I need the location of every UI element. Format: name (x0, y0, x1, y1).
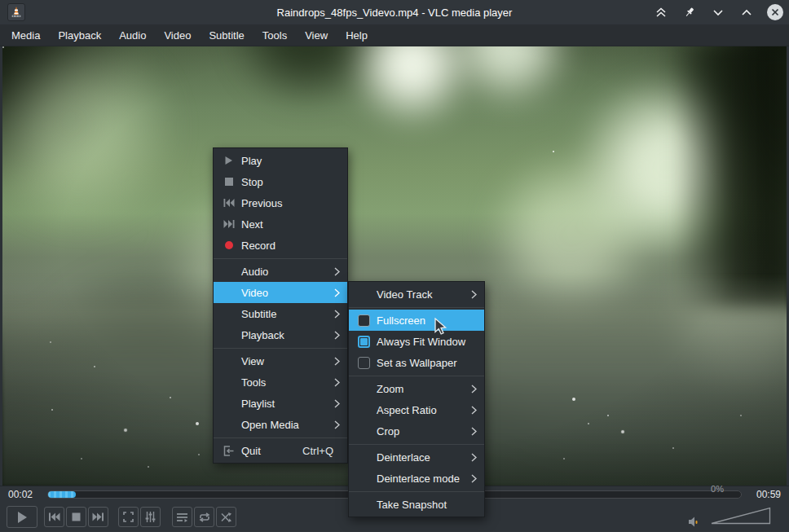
menu-item-next[interactable]: Next (214, 213, 347, 235)
menu-item-label: Open Media (241, 419, 299, 431)
maximize-button[interactable] (738, 3, 756, 21)
random-button[interactable] (216, 507, 236, 527)
playlist-icon (177, 512, 187, 522)
menubar-item-help[interactable]: Help (337, 24, 377, 46)
shade-button[interactable] (652, 3, 670, 21)
loop-button[interactable] (194, 507, 214, 527)
volume-percent-label: 0% (711, 484, 724, 494)
menu-separator (349, 307, 484, 308)
menu-item-stop[interactable]: Stop (214, 171, 347, 192)
close-button[interactable] (766, 3, 784, 21)
menu-item-quit[interactable]: Quit Ctrl+Q (214, 440, 347, 461)
set-as-wallpaper-checkbox-unchecked[interactable] (358, 357, 370, 369)
previous-button[interactable] (44, 507, 64, 527)
submenu-item-aspect-ratio[interactable]: Aspect Ratio (349, 399, 484, 420)
submenu-item-set-as-wallpaper[interactable]: Set as Wallpaper (349, 352, 484, 373)
play-icon (16, 511, 28, 524)
submenu-item-fullscreen[interactable]: Fullscreen (349, 310, 484, 331)
menu-item-label: Stop (241, 176, 263, 188)
menubar-item-video[interactable]: Video (155, 24, 200, 46)
chevron-right-icon (334, 288, 340, 297)
menu-item-label: Aspect Ratio (377, 404, 437, 416)
menu-item-subtitle[interactable]: Subtitle (214, 303, 347, 324)
chevron-right-icon (334, 399, 340, 408)
menu-item-label: Video (241, 287, 268, 299)
menu-item-playback[interactable]: Playback (214, 324, 347, 345)
time-total: 00:59 (750, 489, 781, 500)
equalizer-icon (145, 512, 156, 522)
menu-item-audio[interactable]: Audio (214, 261, 347, 282)
submenu-item-deinterlace[interactable]: Deinterlace (349, 446, 484, 468)
menubar-item-audio[interactable]: Audio (110, 24, 155, 46)
fullscreen-checkbox-unchecked[interactable] (358, 314, 370, 327)
always-fit-window-checkbox-checked[interactable] (358, 336, 370, 348)
next-button[interactable] (88, 507, 108, 527)
menu-separator (214, 348, 347, 349)
chevron-right-icon (334, 420, 340, 429)
window-controls (652, 0, 784, 24)
context-menu: Play Stop Previous Next Record Audio Vid… (213, 147, 348, 464)
menubar-item-subtitle[interactable]: Subtitle (200, 24, 253, 46)
play-button[interactable] (7, 506, 37, 528)
menu-item-view[interactable]: View (214, 350, 347, 372)
submenu-item-video-track[interactable]: Video Track (349, 284, 484, 305)
chevron-right-icon (471, 453, 477, 462)
menubar-item-tools[interactable]: Tools (253, 24, 296, 46)
menubar: Media Playback Audio Video Subtitle Tool… (0, 24, 789, 46)
previous-icon (221, 199, 236, 207)
menu-item-previous[interactable]: Previous (214, 192, 347, 213)
next-icon (221, 220, 236, 228)
submenu-item-always-fit-window[interactable]: Always Fit Window (349, 331, 484, 352)
playlist-button[interactable] (172, 507, 192, 527)
menu-item-label: Set as Wallpaper (377, 357, 457, 369)
menu-separator (349, 376, 484, 376)
menu-item-video[interactable]: Video (214, 282, 347, 303)
volume-control: 0% (688, 507, 771, 528)
pin-button[interactable] (681, 3, 699, 21)
menu-item-tools[interactable]: Tools (214, 372, 347, 393)
mouse-cursor (434, 318, 450, 339)
menu-item-label: Zoom (377, 383, 403, 395)
transport-group (44, 507, 108, 527)
chevron-right-icon (334, 378, 340, 387)
menu-item-label: Crop (377, 425, 399, 437)
menu-item-label: Play (241, 155, 262, 167)
menu-separator (349, 491, 484, 492)
menu-item-label: Playlist (241, 398, 275, 410)
chevron-right-icon (471, 406, 477, 415)
time-elapsed: 00:02 (8, 489, 39, 500)
minimize-button[interactable] (709, 3, 727, 21)
submenu-item-crop[interactable]: Crop (349, 420, 484, 442)
menu-item-play[interactable]: Play (214, 150, 347, 171)
close-icon (767, 4, 783, 20)
submenu-item-take-snapshot[interactable]: Take Snapshot (349, 494, 484, 515)
menu-item-open-media[interactable]: Open Media (214, 414, 347, 435)
submenu-item-deinterlace-mode[interactable]: Deinterlace mode (349, 468, 484, 489)
menu-item-label: Deinterlace (377, 451, 430, 464)
stop-icon (221, 178, 236, 186)
menubar-item-playback[interactable]: Playback (49, 24, 110, 46)
stop-button[interactable] (66, 507, 86, 527)
fullscreen-button[interactable] (118, 507, 139, 527)
menubar-item-media[interactable]: Media (2, 24, 49, 46)
next-icon (92, 512, 104, 521)
menu-item-label: Quit (241, 445, 261, 457)
volume-slider[interactable] (711, 507, 771, 528)
menu-item-label: Always Fit Window (377, 336, 465, 348)
menu-item-label: Fullscreen (377, 314, 425, 327)
menu-item-label: Take Snapshot (377, 499, 447, 511)
submenu-item-zoom[interactable]: Zoom (349, 378, 484, 399)
menu-item-label: Video Track (377, 288, 432, 301)
menubar-item-view[interactable]: View (296, 24, 337, 46)
chevron-right-icon (471, 474, 477, 483)
menu-separator (349, 444, 484, 445)
chevron-right-icon (334, 357, 340, 366)
extended-settings-button[interactable] (140, 507, 161, 527)
menu-item-label: Next (241, 218, 263, 231)
menu-separator (214, 437, 347, 438)
chevron-right-icon (471, 427, 477, 436)
chevron-right-icon (471, 290, 477, 299)
menu-item-record[interactable]: Record (214, 235, 347, 256)
speaker-icon[interactable] (688, 516, 701, 528)
menu-item-playlist[interactable]: Playlist (214, 393, 347, 414)
